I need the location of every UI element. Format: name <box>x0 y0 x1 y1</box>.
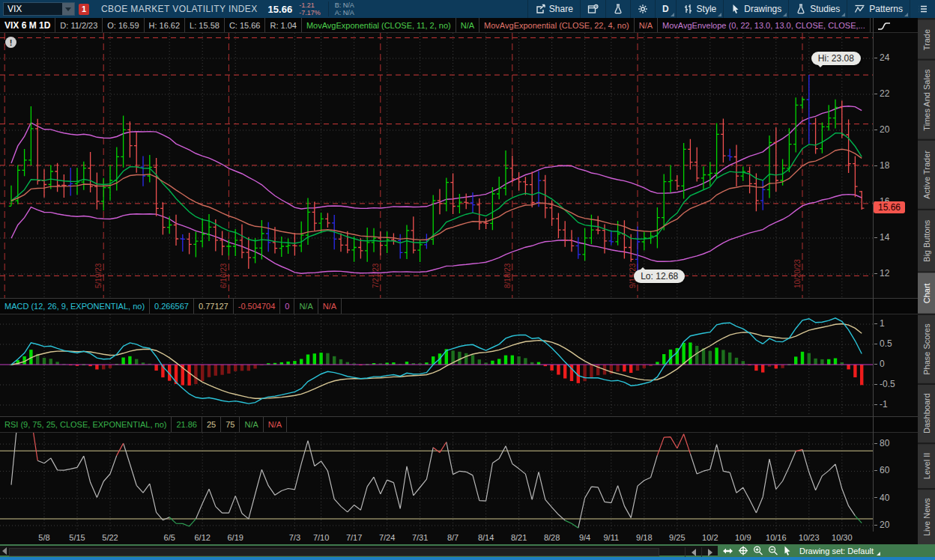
low-annotation: Lo: 12.68 <box>634 270 685 283</box>
right-gadget-sidebar: TradeTimes And SalesActive TraderBig But… <box>918 18 935 544</box>
window-bottom-edge <box>0 557 935 560</box>
time-axis-label: 7/24 <box>379 533 395 542</box>
pointer-icon[interactable] <box>783 546 792 556</box>
sidebar-tab-phase-scores[interactable]: Phase Scores <box>918 314 935 383</box>
time-axis-label: 8/7 <box>447 533 459 542</box>
settings-gear-button[interactable] <box>630 0 655 18</box>
time-axis-label: 9/4 <box>579 533 590 542</box>
macd-header-segment: N/A <box>294 299 318 314</box>
time-axis-label: 7/10 <box>313 533 329 542</box>
triangle-left-icon <box>692 549 696 556</box>
macd-header-segment[interactable]: MACD (12, 26, 9, EXPONENTIAL, no) <box>0 299 150 314</box>
time-axis-label: 10/30 <box>832 533 853 542</box>
timeframe-button[interactable]: D <box>655 0 676 18</box>
sidebar-tab-live-news[interactable]: Live News <box>918 488 935 544</box>
sidebar-tab-chart[interactable]: Chart <box>918 271 935 314</box>
menu-button[interactable] <box>910 0 935 18</box>
rsi-header-row: RSI (9, 75, 25, CLOSE, EXPONENTIAL, no)2… <box>0 416 918 433</box>
scrollbar-thumb[interactable] <box>9 548 659 556</box>
chart-header-segment: N/A <box>456 18 479 32</box>
time-axis-label: 5/15 <box>69 533 85 542</box>
crosshair-move-icon[interactable] <box>738 546 748 556</box>
rsi-header-segment: 25 <box>202 417 221 432</box>
rsi-axis-label: 60 <box>874 465 889 475</box>
sidebar-tab-trade[interactable]: Trade <box>918 18 935 59</box>
chart-style-icon <box>683 4 693 14</box>
rsi-axis[interactable]: 80604020 <box>873 433 918 532</box>
chart-h-scrollbar[interactable] <box>0 544 718 557</box>
last-price-bubble: 15.66 <box>874 201 905 213</box>
drawings-button[interactable]: Drawings <box>723 0 788 18</box>
chart-header-segment: N/A <box>635 18 658 32</box>
svg-text:6/16/23: 6/16/23 <box>220 263 228 288</box>
patterns-button[interactable]: Patterns <box>847 0 910 18</box>
share-icon <box>535 4 545 14</box>
price-axis-label: 22 <box>874 88 889 99</box>
scroll-buttons <box>685 547 718 557</box>
symbol-input[interactable] <box>4 3 62 15</box>
main-price-chart[interactable]: 5/19/236/16/237/21/238/18/239/15/2310/20… <box>0 33 873 298</box>
sidebar-tab-level-ii[interactable]: Level II <box>918 442 935 488</box>
scroll-left-icon[interactable] <box>2 547 7 555</box>
macd-panel[interactable] <box>0 314 873 416</box>
analysis-flask-button[interactable] <box>605 0 630 18</box>
scroll-forward-button[interactable] <box>701 547 718 557</box>
svg-text:5/19/23: 5/19/23 <box>94 263 103 288</box>
last-price: 15.66 <box>268 4 293 15</box>
top-toolbar: 1 CBOE MARKET VOLATILITY INDEX 15.66 -1.… <box>0 0 935 18</box>
alert-count-badge[interactable]: 1 <box>79 4 89 15</box>
share-button[interactable]: Share <box>527 0 580 18</box>
chart-mode-button[interactable] <box>875 20 893 31</box>
macd-axis[interactable]: 10.50-0.5-1 <box>873 314 918 416</box>
rsi-axis-label: 40 <box>874 493 889 503</box>
zoom-in-icon[interactable] <box>753 546 763 556</box>
chevron-down-icon <box>65 7 71 11</box>
macd-header-row: MACD (12, 26, 9, EXPONENTIAL, no)0.26656… <box>0 298 918 314</box>
ask-value: A: N/A <box>335 9 354 16</box>
chart-header-segment[interactable]: MovAvgExponential (CLOSE, 22, 4, no) <box>479 18 635 32</box>
macd-header-segment: 0 <box>280 299 294 314</box>
sidebar-tab-big-buttons[interactable]: Big Buttons <box>918 209 935 271</box>
rsi-panel[interactable] <box>0 433 873 532</box>
symbol-dropdown-caret[interactable] <box>62 3 74 15</box>
zoom-out-icon[interactable] <box>768 546 778 556</box>
symbol-input-group[interactable] <box>3 2 75 16</box>
high-annotation: Hi: 23.08 <box>811 52 861 65</box>
pattern-zigzag-icon <box>854 4 865 14</box>
time-axis[interactable]: 5/85/155/226/56/126/197/37/107/177/247/3… <box>0 532 918 544</box>
time-axis-label: 10/2 <box>702 533 718 542</box>
symbol-description: CBOE MARKET VOLATILITY INDEX <box>101 4 258 14</box>
style-button[interactable]: Style <box>676 0 724 18</box>
price-axis-label: 20 <box>874 124 889 135</box>
bid-value: B: N/A <box>335 1 354 9</box>
time-axis-label: 5/8 <box>38 533 49 542</box>
price-change-block: -1.21 -7.17% <box>299 1 321 16</box>
macd-axis-label: 0.5 <box>874 338 892 349</box>
curve-icon <box>877 21 891 31</box>
info-alert-icon[interactable]: ! <box>5 37 16 48</box>
time-axis-label: 7/3 <box>289 533 300 542</box>
rsi-header-segment[interactable]: RSI (9, 75, 25, CLOSE, EXPONENTIAL, no) <box>0 417 172 432</box>
sidebar-tab-times-and-sales[interactable]: Times And Sales <box>918 59 935 139</box>
svg-text:8/18/23: 8/18/23 <box>503 263 512 288</box>
sidebar-tab-active-trader[interactable]: Active Trader <box>918 139 935 209</box>
chart-header-segment[interactable]: MovAvgExponential (CLOSE, 11, 2, no) <box>302 18 456 32</box>
price-axis-label: 14 <box>874 232 889 243</box>
sidebar-tab-dashboard[interactable]: Dashboard <box>918 383 935 442</box>
pan-arrows-icon[interactable] <box>722 547 733 556</box>
drawing-set-selector[interactable]: Drawing set: Default <box>799 547 881 556</box>
macd-header-segment: 0.266567 <box>150 299 194 314</box>
scroll-back-button[interactable] <box>685 547 701 557</box>
chart-header-segment[interactable]: MovAvgEnvelope (0, 22, 13.0, 13.0, CLOSE… <box>658 18 871 32</box>
report-calendar-button[interactable] <box>580 0 605 18</box>
hamburger-menu-icon <box>917 4 928 14</box>
bid-ask-block: B: N/A A: N/A <box>328 1 354 16</box>
studies-button[interactable]: Studies <box>788 0 847 18</box>
time-axis-label: 7/17 <box>346 533 362 542</box>
price-axis-label: 24 <box>874 52 889 63</box>
macd-axis-label: 0 <box>874 359 885 369</box>
time-axis-label: 6/5 <box>164 533 175 542</box>
price-axis[interactable]: 24222018161412 <box>873 33 918 298</box>
time-axis-label: 8/14 <box>478 533 494 542</box>
time-axis-label: 9/18 <box>636 533 652 542</box>
